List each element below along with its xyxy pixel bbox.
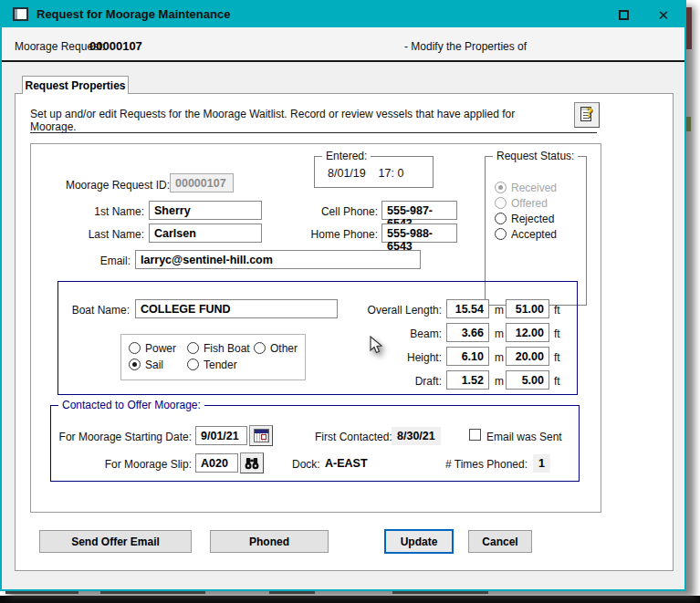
contacted-group-label: Contacted to Offer Moorage: — [58, 399, 204, 411]
phoned-button[interactable]: Phoned — [210, 530, 329, 553]
beam-m-unit: m — [495, 327, 504, 340]
overall-length-m-field[interactable]: 15.54 — [446, 299, 489, 318]
close-button[interactable]: ✕ — [648, 2, 679, 27]
moorage-request-id-field: 00000107 — [170, 173, 234, 192]
background-window-fragment — [100, 591, 205, 594]
height-m-field[interactable]: 6.10 — [446, 347, 489, 366]
boat-type-tender[interactable]: Tender — [187, 358, 237, 371]
height-m-unit: m — [495, 351, 504, 364]
height-ft-field[interactable]: 20.00 — [506, 347, 549, 366]
dock-value: A-EAST — [325, 457, 368, 470]
moorage-slip-label: For Moorage Slip: — [55, 458, 192, 471]
moorage-slip-field[interactable]: A020 — [195, 453, 238, 473]
cell-phone-label: Cell Phone: — [268, 205, 378, 218]
last-name-field[interactable]: Carlsen — [149, 224, 262, 243]
boat-name-field[interactable]: COLLEGE FUND — [135, 299, 338, 318]
calendar-button[interactable] — [249, 425, 273, 446]
maximize-icon — [619, 10, 629, 20]
send-offer-email-button[interactable]: Send Offer Email — [39, 530, 192, 553]
radio-offered[interactable] — [495, 197, 507, 209]
radio-rejected[interactable] — [495, 213, 507, 224]
slip-find-button[interactable] — [240, 452, 264, 473]
header-mode-text: - Modify the Properties of — [404, 40, 527, 53]
header-bar: Moorage Request: 00000107 - Modify the P… — [2, 27, 684, 61]
update-button[interactable]: Update — [384, 529, 454, 554]
request-status-label: Request Status: — [493, 150, 578, 162]
cancel-button[interactable]: Cancel — [468, 530, 532, 553]
boat-name-label: Boat Name: — [66, 304, 130, 317]
radio-fish-boat[interactable] — [187, 342, 199, 354]
moorage-start-date-label: For Moorage Starting Date: — [55, 431, 192, 443]
mouse-arrow-cursor — [368, 336, 386, 356]
moorage-start-date-field[interactable]: 9/01/21 — [195, 426, 247, 445]
background-window-fragment — [392, 591, 488, 594]
entered-label: Entered: — [322, 150, 371, 162]
window-icon — [13, 7, 28, 21]
beam-m-field[interactable]: 3.66 — [446, 323, 489, 342]
boat-type-group: Power Sail Fish Boat Tender — [120, 334, 306, 380]
email-label: Email: — [44, 255, 131, 267]
contacted-group: Contacted to Offer Moorage: For Moorage … — [50, 405, 580, 482]
email-was-sent-checkbox[interactable] — [469, 429, 481, 441]
form-panel: Moorage Request ID: 00000107 Entered: 8/… — [30, 143, 601, 513]
status-option-offered[interactable]: Offered — [495, 196, 548, 210]
first-contacted-label: First Contacted: — [315, 431, 392, 443]
cell-phone-field[interactable]: 555-987-6543 — [381, 201, 457, 220]
draft-m-field[interactable]: 1.52 — [446, 370, 489, 390]
background-window-fragment — [686, 117, 691, 131]
boat-group: Boat Name: COLLEGE FUND Power Sail — [57, 281, 578, 395]
background-window-fragment — [269, 591, 315, 594]
height-ft-unit: ft — [554, 351, 560, 364]
home-phone-label: Home Phone: — [268, 228, 378, 241]
status-option-received[interactable]: Received — [495, 181, 557, 194]
status-option-accepted[interactable]: Accepted — [495, 227, 557, 241]
radio-tender[interactable] — [187, 359, 199, 370]
background-window-fragment — [5, 591, 78, 594]
boat-type-sail[interactable]: Sail — [129, 358, 163, 371]
home-phone-field[interactable]: 555-988-6543 — [381, 224, 457, 243]
binoculars-icon — [244, 457, 260, 470]
first-contacted-value: 8/30/21 — [392, 427, 441, 445]
header-divider — [2, 60, 684, 62]
tab-page: Set up and/or edit Requests for the Moor… — [15, 93, 674, 571]
boat-type-fish-boat[interactable]: Fish Boat — [187, 341, 250, 355]
help-button[interactable]: ? — [574, 102, 600, 128]
overall-length-label: Overall Length: — [314, 304, 442, 317]
beam-ft-unit: ft — [554, 327, 560, 340]
beam-ft-field[interactable]: 12.00 — [506, 323, 549, 342]
close-icon: ✕ — [658, 8, 670, 22]
overall-length-m-unit: m — [495, 304, 504, 317]
screen: Request for Moorage Maintenance ✕ Moorag… — [0, 0, 700, 603]
radio-received[interactable] — [495, 182, 507, 193]
draft-ft-unit: ft — [554, 375, 560, 388]
radio-power[interactable] — [129, 342, 141, 354]
draft-label: Draft: — [314, 375, 442, 388]
background-taskbar — [0, 596, 700, 603]
overall-length-ft-field[interactable]: 51.00 — [506, 299, 549, 318]
times-phoned-label: # Times Phoned: — [445, 458, 528, 471]
status-option-rejected[interactable]: Rejected — [495, 212, 554, 225]
first-name-field[interactable]: Sherry — [149, 201, 262, 220]
boat-type-other[interactable]: Other — [254, 341, 298, 355]
first-name-label: 1st Name: — [35, 205, 144, 218]
moorage-request-header-value: 00000107 — [89, 39, 142, 53]
radio-other[interactable] — [254, 342, 266, 354]
tab-request-properties[interactable]: Request Properties — [22, 76, 129, 94]
moorage-maintenance-dialog: Request for Moorage Maintenance ✕ Moorag… — [0, 0, 686, 591]
email-field[interactable]: larryc@sentinel-hill.com — [135, 250, 421, 269]
entered-group: Entered: 8/01/19 17: 0 — [314, 156, 434, 188]
boat-type-power[interactable]: Power — [129, 341, 176, 355]
times-phoned-value: 1 — [533, 454, 550, 473]
dock-label: Dock: — [292, 458, 320, 471]
background-window-fragment — [686, 7, 692, 49]
last-name-label: Last Name: — [35, 228, 144, 241]
overall-length-ft-unit: ft — [554, 304, 560, 317]
radio-sail[interactable] — [129, 359, 141, 370]
draft-ft-field[interactable]: 5.00 — [506, 370, 549, 390]
entered-value: 8/01/19 17: 0 — [328, 167, 403, 180]
radio-accepted[interactable] — [495, 228, 507, 240]
moorage-request-id-label: Moorage Request ID: — [44, 179, 170, 192]
maximize-button[interactable] — [608, 2, 639, 27]
title-bar[interactable]: Request for Moorage Maintenance ✕ — [2, 2, 684, 27]
window-title: Request for Moorage Maintenance — [37, 7, 230, 21]
